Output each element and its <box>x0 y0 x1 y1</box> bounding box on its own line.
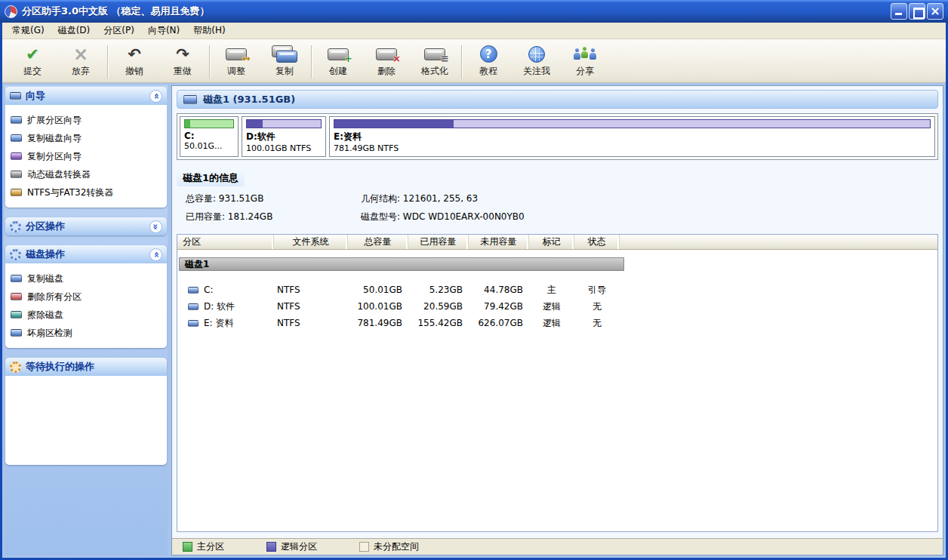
panel-wizards-body: 扩展分区向导 复制磁盘向导 复制分区向导 动态磁盘转换器 <box>5 105 167 208</box>
column-header-free[interactable]: 未用容量 <box>469 235 529 249</box>
sidebar-item-label: 删除所有分区 <box>27 291 82 303</box>
panel-pending-ops-header[interactable]: 等待执行的操作 <box>5 358 167 376</box>
titlebar: 分区助手3.0中文版 （稳定、易用且免费） <box>0 0 948 23</box>
copy-label: 复制 <box>275 65 294 78</box>
disk-icon <box>188 320 199 327</box>
partition-map: C: 50.01G... D:软件 100.01GB NTFS E:资料 781… <box>177 113 938 160</box>
disk-icon <box>183 95 197 104</box>
sidebar-item-delete-all-partitions[interactable]: 删除所有分区 <box>11 288 162 306</box>
main-area: 磁盘1 (931.51GB) C: 50.01G... D:软件 100.01G… <box>171 85 943 555</box>
apply-button[interactable]: 提交 <box>8 42 57 79</box>
menu-general[interactable]: 常规(G) <box>5 23 51 38</box>
format-disk-icon: ≡ <box>424 48 445 60</box>
x-icon <box>73 44 88 65</box>
panel-disk-ops: 磁盘操作 复制磁盘 删除所有分区 <box>5 245 167 348</box>
column-header-total[interactable]: 总容量 <box>348 235 408 249</box>
sidebar-item-copy-disk-wizard[interactable]: 复制磁盘向导 <box>11 129 162 147</box>
redo-icon <box>176 45 189 63</box>
redo-button[interactable]: 重做 <box>159 42 207 79</box>
sidebar-item-label: 复制磁盘向导 <box>27 132 82 145</box>
undo-label: 撤销 <box>125 65 143 78</box>
disk-icon <box>11 116 22 124</box>
panel-partition-ops-header[interactable]: 分区操作 <box>5 217 167 235</box>
sidebar-item-dynamic-disk-converter[interactable]: 动态磁盘转换器 <box>11 165 162 183</box>
copy-button[interactable]: 复制 <box>260 42 309 79</box>
cell-used: 155.42GB <box>408 318 469 328</box>
menu-disk[interactable]: 磁盘(D) <box>51 23 97 38</box>
resize-button[interactable]: ↔ 调整 <box>212 42 260 79</box>
panel-pending-ops: 等待执行的操作 <box>5 358 167 465</box>
column-header-partition[interactable]: 分区 <box>177 235 274 249</box>
partition-block-d[interactable]: D:软件 100.01GB NTFS <box>242 116 326 157</box>
sidebar-item-label: 坏扇区检测 <box>27 327 72 340</box>
panel-disk-ops-header[interactable]: 磁盘操作 <box>5 245 167 263</box>
chevron-down-icon[interactable] <box>149 220 162 233</box>
cell-filesystem: NTFS <box>274 318 348 328</box>
cell-free: 626.07GB <box>469 318 529 328</box>
cell-mark: 逻辑 <box>529 300 574 313</box>
legend-bar: 主分区 逻辑分区 未分配空间 <box>172 538 943 555</box>
format-button[interactable]: ≡ 格式化 <box>411 42 459 79</box>
cell-total: 781.49GB <box>348 318 408 328</box>
tutorial-button[interactable]: 教程 <box>464 42 512 79</box>
create-button[interactable]: + 创建 <box>314 42 362 79</box>
sidebar-item-extend-partition-wizard[interactable]: 扩展分区向导 <box>11 111 162 129</box>
column-header-mark[interactable]: 标记 <box>529 235 574 249</box>
window-frame: 常规(G) 磁盘(D) 分区(P) 向导(N) 帮助(H) 提交 放弃 撤销 重… <box>0 23 948 560</box>
create-disk-icon: + <box>328 48 349 60</box>
table-row-e[interactable]: E: 资料 NTFS 781.49GB 155.42GB 626.07GB 逻辑… <box>177 315 937 331</box>
sidebar-item-ntfs-fat32-converter[interactable]: NTFS与FAT32转换器 <box>11 183 162 202</box>
disk-info-grid: 总容量: 931.51GB 几何结构: 121601, 255, 63 已用容量… <box>177 186 938 225</box>
chevron-up-icon[interactable] <box>149 248 162 261</box>
sidebar-item-copy-disk[interactable]: 复制磁盘 <box>11 269 162 288</box>
partition-block-e[interactable]: E:资料 781.49GB NTFS <box>329 116 935 157</box>
column-header-used[interactable]: 已用容量 <box>408 235 469 249</box>
table-body: 磁盘1 C: NTFS 50.01GB 5.23GB 44.78GB 主 引导 … <box>177 250 937 531</box>
menu-help[interactable]: 帮助(H) <box>186 23 232 38</box>
cell-filesystem: NTFS <box>274 285 348 295</box>
legend-logical: 逻辑分区 <box>266 540 317 553</box>
share-label: 分享 <box>576 65 594 78</box>
sidebar-item-label: 复制磁盘 <box>27 272 63 285</box>
delete-button[interactable]: × 删除 <box>362 42 411 79</box>
follow-label: 关注我 <box>523 65 550 78</box>
app-window: 分区助手3.0中文版 （稳定、易用且免费） 常规(G) 磁盘(D) 分区(P) … <box>0 0 948 560</box>
disk-group-row[interactable]: 磁盘1 <box>179 257 624 271</box>
undo-button[interactable]: 撤销 <box>110 42 159 79</box>
follow-button[interactable]: 关注我 <box>512 42 561 79</box>
menu-wizard[interactable]: 向导(N) <box>141 23 186 38</box>
panel-wizards-header[interactable]: 向导 <box>5 87 167 105</box>
sidebar-item-copy-partition-wizard[interactable]: 复制分区向导 <box>11 147 162 165</box>
close-button[interactable] <box>927 3 943 20</box>
sidebar-item-label: 复制分区向导 <box>27 150 82 163</box>
share-button[interactable]: 分享 <box>561 42 609 79</box>
table-row-c[interactable]: C: NTFS 50.01GB 5.23GB 44.78GB 主 引导 <box>177 282 937 298</box>
apply-label: 提交 <box>23 65 42 78</box>
globe-icon <box>528 46 545 63</box>
sidebar-item-bad-sector-check[interactable]: 坏扇区检测 <box>11 324 162 342</box>
partition-block-c[interactable]: C: 50.01G... <box>180 116 239 157</box>
sidebar-item-wipe-disk[interactable]: 擦除磁盘 <box>11 306 162 324</box>
disk-icon <box>11 329 22 337</box>
table-row-d[interactable]: D: 软件 NTFS 100.01GB 20.59GB 79.42GB 逻辑 无 <box>177 298 937 315</box>
menu-partition[interactable]: 分区(P) <box>97 23 141 38</box>
window-controls <box>891 3 943 20</box>
toolbar-separator <box>107 45 108 78</box>
cell-status: 无 <box>574 317 620 330</box>
toolbar-separator <box>209 45 210 78</box>
panel-partition-ops: 分区操作 <box>5 217 167 235</box>
column-header-status[interactable]: 状态 <box>574 235 620 249</box>
legend-label: 逻辑分区 <box>281 540 317 553</box>
discard-button[interactable]: 放弃 <box>57 42 105 79</box>
disk-model: 磁盘型号: WDC WD10EARX-00N0YB0 <box>361 211 929 223</box>
column-header-filesystem[interactable]: 文件系统 <box>274 235 348 249</box>
cell-free: 79.42GB <box>469 301 529 312</box>
chevron-up-icon[interactable] <box>149 90 162 103</box>
wizard-icon <box>10 92 21 100</box>
gear-icon <box>10 221 21 232</box>
maximize-button[interactable] <box>909 3 925 20</box>
undo-icon <box>128 45 141 63</box>
minimize-button[interactable] <box>891 3 907 20</box>
gear-icon <box>10 249 21 260</box>
disk-icon <box>11 152 22 160</box>
